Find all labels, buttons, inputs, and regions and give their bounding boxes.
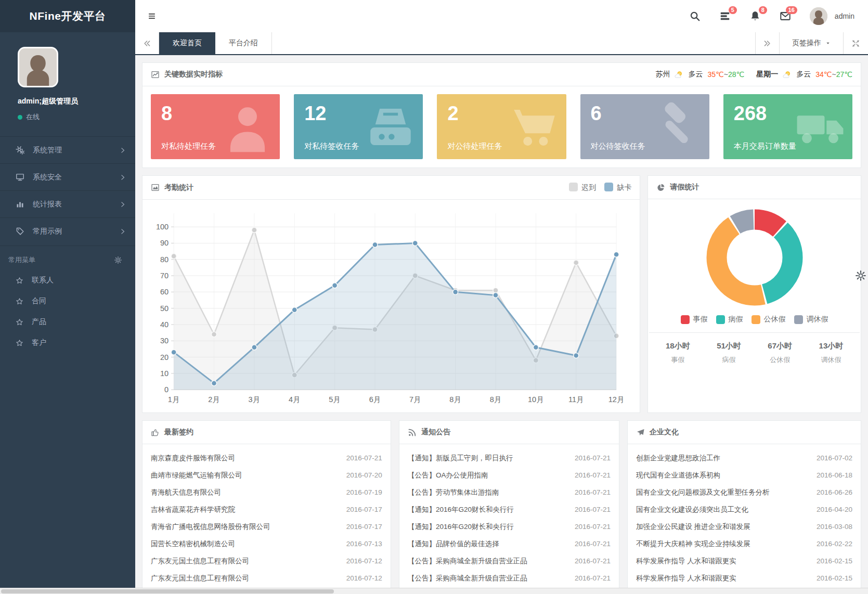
list-item[interactable]: 【公告】采购商城全新升级自营业正品2016-07-21 — [408, 570, 611, 587]
legend-swatch — [569, 183, 578, 191]
leave-header: 请假统计 — [648, 176, 861, 199]
tabs-scroll-right-button[interactable] — [755, 32, 779, 54]
weather-bar: 苏州 多云 35℃~28℃ 星期一 多云 34℃~27℃ — [655, 70, 852, 79]
stat-cards-row: 8对私待处理任务12对私待签收任务2对公待处理任务6对公待签收任务268本月交易… — [142, 86, 861, 167]
list-item[interactable]: 【通知】新版员工守则，即日执行2016-07-21 — [408, 449, 611, 467]
list-item[interactable]: 国有企业文化问题根源及文化重塑任务分析2016-06-26 — [636, 484, 852, 501]
avatar[interactable] — [18, 47, 58, 87]
list-item[interactable]: 【公告】OA办公使用指南2016-07-21 — [408, 467, 611, 484]
stat-card-label: 对公待处理任务 — [447, 141, 502, 151]
tasks-icon[interactable]: 5 — [719, 10, 731, 22]
quick-item-客户[interactable]: 客户 — [0, 332, 135, 353]
bar-chart-icon — [16, 200, 24, 209]
hamburger-icon[interactable] — [147, 12, 157, 20]
cog-icon[interactable] — [114, 256, 122, 264]
tab-平台介绍[interactable]: 平台介绍 — [215, 32, 272, 54]
attendance-line-chart[interactable]: 01020304050607080901001月2月3月4月5月6月7月8月8月… — [142, 200, 640, 412]
list-item[interactable]: 青海省广播电视信息网络股份有限公司2016-07-17 — [151, 518, 382, 535]
app-logo: NFine开发平台 — [0, 0, 135, 32]
topbar-username[interactable]: admin — [835, 12, 854, 20]
list-item[interactable]: 国有企业文化建设必须突出员工文化2016-04-20 — [636, 501, 852, 518]
list-item[interactable]: 【通知】品牌价值的最佳选择2016-07-21 — [408, 535, 611, 552]
bell-icon[interactable]: 8 — [749, 10, 761, 22]
legend-item-调休假[interactable]: 调休假 — [794, 315, 828, 324]
list-item[interactable]: 【通知】2016年G20财长和央行行2016-07-21 — [408, 518, 611, 535]
list-item[interactable]: 科学发展作指导 人水和谐跟更实2016-02-15 — [636, 570, 852, 587]
chevrons-right-icon — [763, 40, 771, 47]
list-item[interactable]: 加强企业公民建设 推进企业和谐发展2016-03-08 — [636, 518, 852, 535]
tabs: 欢迎首页平台介绍 — [159, 32, 272, 54]
list-item[interactable]: 曲靖市绿能燃气运输有限公司2016-07-20 — [151, 467, 382, 484]
list-item[interactable]: 不断提升大庆精神 实现企业持续发展2016-02-22 — [636, 535, 852, 552]
user-profile: admin;超级管理员 在线 — [0, 32, 135, 129]
list-item-name: 现代国有企业道德体系初构 — [636, 471, 726, 480]
stat-card-3[interactable]: 2对公待处理任务 — [437, 94, 566, 159]
tab-actions-dropdown[interactable]: 页签操作 — [779, 32, 843, 54]
list-item-name: 国有企业文化问题根源及文化重塑任务分析 — [636, 488, 775, 497]
list-item-name: 【通知】2016年G20财长和央行行 — [408, 522, 519, 532]
legend-item-病假[interactable]: 病假 — [716, 315, 743, 324]
svg-text:3月: 3月 — [249, 395, 261, 404]
fullscreen-button[interactable] — [843, 32, 868, 54]
stat-card-4[interactable]: 6对公待签收任务 — [580, 94, 709, 159]
stat-card-2[interactable]: 12对私待签收任务 — [294, 94, 423, 159]
legend-swatch — [794, 315, 803, 324]
legend-swatch — [681, 315, 690, 324]
list-item[interactable]: 广东友元国土信息工程有限公司2016-07-12 — [151, 570, 382, 587]
culture-panel: 企业文化 创新企业党建思想政治工作2016-07-02现代国有企业道德体系初构2… — [627, 420, 861, 588]
attendance-panel: 考勤统计 迟到缺卡 01020304050607080901001月2月3月4月… — [142, 175, 640, 413]
sidebar-item-统计报表[interactable]: 统计报表 — [0, 190, 135, 217]
sidebar-item-系统管理[interactable]: 系统管理 — [0, 136, 135, 163]
scrollbar-thumb[interactable] — [1, 589, 334, 593]
legend-item-缺卡[interactable]: 缺卡 — [604, 183, 631, 192]
sidebar-item-常用示例[interactable]: 常用示例 — [0, 217, 135, 244]
horizontal-scrollbar[interactable] — [0, 588, 868, 594]
leave-stat-value: 13小时 — [806, 341, 857, 351]
legend-item-事假[interactable]: 事假 — [681, 315, 708, 324]
user-status: 在线 — [18, 112, 135, 122]
legend-label: 病假 — [729, 315, 743, 324]
legend-label: 公休假 — [764, 315, 786, 324]
list-item[interactable]: 【通知】2016年G20财长和央行行2016-07-21 — [408, 501, 611, 518]
quick-item-联系人[interactable]: 联系人 — [0, 270, 135, 291]
list-item[interactable]: 青海航天信息有限公司2016-07-19 — [151, 484, 382, 501]
legend-item-公休假[interactable]: 公休假 — [752, 315, 786, 324]
topbar-avatar[interactable] — [810, 7, 827, 25]
leave-legend: 事假病假公休假调休假 — [648, 309, 861, 332]
list-item[interactable]: 科学发展作指导 人水和谐跟更实2016-02-15 — [636, 552, 852, 570]
app-window: NFine开发平台 admin;超级管理员 在线 系统管理系统安全统计报表常用示… — [0, 0, 868, 588]
chevrons-left-icon — [143, 40, 151, 47]
legend-item-迟到[interactable]: 迟到 — [569, 183, 596, 192]
culture-title: 企业文化 — [650, 428, 679, 437]
quick-item-合同[interactable]: 合同 — [0, 291, 135, 312]
svg-text:11月: 11月 — [568, 395, 584, 404]
quick-item-产品[interactable]: 产品 — [0, 312, 135, 332]
stat-card-5[interactable]: 268本月交易订单数量 — [723, 94, 852, 159]
tabs-scroll-left-button[interactable] — [135, 32, 159, 54]
list-item-date: 2016-07-21 — [575, 540, 611, 548]
list-item[interactable]: 国营长空精密机械制造公司2016-07-13 — [151, 535, 382, 552]
list-item[interactable]: 创新企业党建思想政治工作2016-07-02 — [636, 449, 852, 467]
leave-donut-chart[interactable] — [648, 199, 861, 309]
list-item[interactable]: 广东友元国土信息工程有限公司2016-07-12 — [151, 552, 382, 570]
topbar: 5 8 16 admin — [135, 0, 868, 32]
user-name: admin;超级管理员 — [18, 97, 135, 106]
list-item[interactable]: 【公告】劳动节集体出游指南2016-07-21 — [408, 484, 611, 501]
server-icon — [364, 100, 418, 154]
settings-gear-icon[interactable] — [856, 270, 866, 281]
list-item[interactable]: 南京森鹿皮件服饰有限公司2016-07-21 — [151, 449, 382, 467]
tab-欢迎首页[interactable]: 欢迎首页 — [159, 32, 215, 54]
mail-icon[interactable]: 16 — [780, 10, 791, 22]
star-icon — [16, 318, 23, 326]
search-icon[interactable] — [689, 10, 701, 22]
list-item-name: 青海省广播电视信息网络股份有限公司 — [151, 522, 276, 532]
leave-stat-label: 事假 — [652, 355, 703, 365]
list-item-date: 2016-07-21 — [575, 454, 611, 462]
sidebar-item-系统安全[interactable]: 系统安全 — [0, 163, 135, 190]
list-item[interactable]: 现代国有企业道德体系初构2016-06-18 — [636, 467, 852, 484]
list-item[interactable]: 【公告】采购商城全新升级自营业正品2016-07-21 — [408, 552, 611, 570]
list-item[interactable]: 吉林省蔬菜花卉科学研究院2016-07-17 — [151, 501, 382, 518]
list-item-date: 2016-07-19 — [346, 488, 382, 496]
stat-card-1[interactable]: 8对私待处理任务 — [151, 94, 280, 159]
latest-contracts-title: 最新签约 — [164, 428, 193, 437]
